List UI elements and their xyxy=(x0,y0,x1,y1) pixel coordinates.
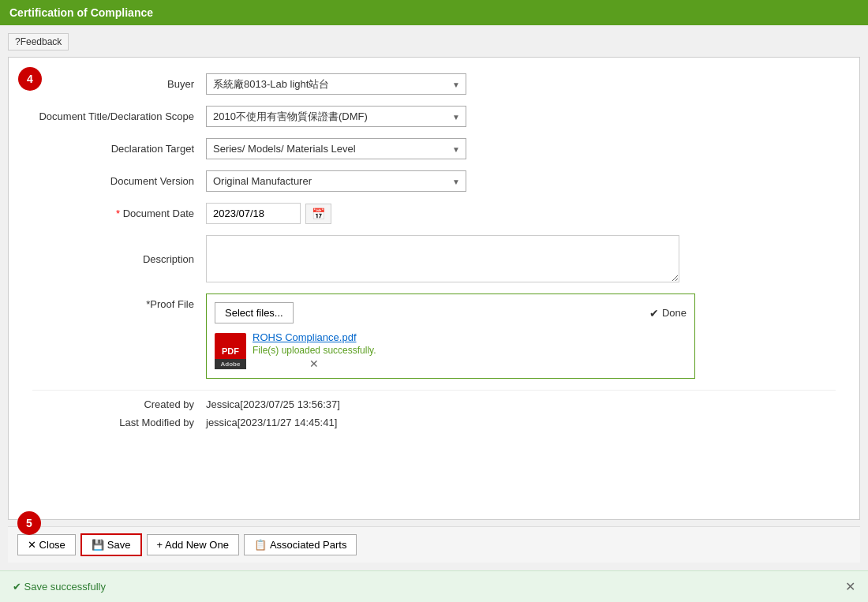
declaration-target-select-wrapper: Series/ Models/ Materials Level xyxy=(206,138,466,159)
feedback-bar: ?Feedback xyxy=(8,33,860,50)
last-modified-row: Last Modified by jessica[2023/11/27 14:4… xyxy=(32,417,836,428)
success-message: ✔ Save successfully xyxy=(13,581,106,593)
done-label: ✔ Done xyxy=(649,307,687,320)
proof-file-content: Select files... ✔ Done PDF Adobe ROHS Co… xyxy=(206,294,695,379)
document-date-label: Document Date xyxy=(32,208,206,219)
save-label: Save xyxy=(107,539,131,551)
document-version-select[interactable]: Original Manufacturer xyxy=(206,170,466,192)
main-container: Certification of Compliance ?Feedback 4 … xyxy=(0,0,868,602)
proof-file-section: *Proof File Select files... ✔ Done PDF A… xyxy=(32,294,836,379)
pdf-icon: PDF Adobe xyxy=(215,333,246,369)
save-button[interactable]: 💾 Save xyxy=(80,533,142,556)
close-notification-button[interactable]: ✕ xyxy=(845,579,855,594)
document-version-label: Document Version xyxy=(32,175,206,187)
description-row: Description xyxy=(32,235,836,282)
proof-file-header: Select files... ✔ Done xyxy=(215,302,687,323)
action-bar: 5 ✕ Close 💾 Save + Add New One 📋 Associa… xyxy=(8,526,860,563)
document-date-row: Document Date 📅 xyxy=(32,203,836,224)
success-notification: ✔ Save successfully ✕ xyxy=(0,570,868,602)
declaration-target-label: Declaration Target xyxy=(32,143,206,155)
associated-parts-label: Associated Parts xyxy=(270,539,347,551)
close-button[interactable]: ✕ Close xyxy=(17,534,76,555)
document-title-label: Document Title/Declaration Scope xyxy=(32,110,206,122)
date-field: 📅 xyxy=(206,203,331,224)
file-item: PDF Adobe ROHS Compliance.pdf File(s) up… xyxy=(215,331,687,370)
file-status: File(s) uploaded successfully. xyxy=(253,345,376,356)
proof-file-label: *Proof File xyxy=(32,294,206,310)
delete-file-button[interactable]: ✕ xyxy=(253,357,376,370)
form-panel: 4 Buyer 系統廠8013-Lab light站台 Document Tit… xyxy=(8,57,860,520)
done-text: Done xyxy=(662,307,687,319)
step-badge-4: 4 xyxy=(18,67,42,91)
pdf-text-label: PDF xyxy=(222,346,239,356)
add-new-button[interactable]: + Add New One xyxy=(147,534,239,555)
associated-parts-button[interactable]: 📋 Associated Parts xyxy=(244,534,357,555)
content-area: ?Feedback 4 Buyer 系統廠8013-Lab light站台 Do… xyxy=(0,25,868,570)
save-icon: 💾 xyxy=(92,539,104,551)
document-title-select[interactable]: 2010不使用有害物質保證書(DMF) xyxy=(206,106,466,127)
section-divider xyxy=(32,390,836,391)
title-bar: Certification of Compliance xyxy=(0,0,868,25)
description-textarea[interactable] xyxy=(206,235,679,282)
title-label: Certification of Compliance xyxy=(9,6,153,19)
step-badge-5: 5 xyxy=(17,511,41,535)
declaration-target-select[interactable]: Series/ Models/ Materials Level xyxy=(206,138,466,159)
document-version-row: Document Version Original Manufacturer xyxy=(32,170,836,192)
description-label: Description xyxy=(32,253,206,265)
created-by-label: Created by xyxy=(32,398,206,410)
associated-parts-icon: 📋 xyxy=(254,539,267,551)
created-by-value: Jessica[2023/07/25 13:56:37] xyxy=(206,398,340,410)
buyer-label: Buyer xyxy=(32,78,206,90)
success-content: ✔ Save successfully xyxy=(13,581,106,593)
document-date-input[interactable] xyxy=(206,203,301,224)
declaration-target-row: Declaration Target Series/ Models/ Mater… xyxy=(32,138,836,159)
document-title-select-wrapper: 2010不使用有害物質保證書(DMF) xyxy=(206,106,466,127)
feedback-button[interactable]: ?Feedback xyxy=(8,33,69,50)
adobe-bar: Adobe xyxy=(215,359,246,369)
calendar-button[interactable]: 📅 xyxy=(305,204,331,224)
created-by-row: Created by Jessica[2023/07/25 13:56:37] xyxy=(32,398,836,410)
select-files-button[interactable]: Select files... xyxy=(215,302,294,323)
done-check-icon: ✔ xyxy=(649,307,659,320)
document-title-row: Document Title/Declaration Scope 2010不使用… xyxy=(32,106,836,127)
document-version-select-wrapper: Original Manufacturer xyxy=(206,170,466,192)
buyer-row: Buyer 系統廠8013-Lab light站台 xyxy=(32,73,836,95)
last-modified-label: Last Modified by xyxy=(32,417,206,428)
last-modified-value: jessica[2023/11/27 14:45:41] xyxy=(206,417,337,428)
buyer-select[interactable]: 系統廠8013-Lab light站台 xyxy=(206,73,466,95)
buyer-select-wrapper: 系統廠8013-Lab light站台 xyxy=(206,73,466,95)
file-info: ROHS Compliance.pdf File(s) uploaded suc… xyxy=(253,331,376,370)
file-name[interactable]: ROHS Compliance.pdf xyxy=(253,331,376,343)
